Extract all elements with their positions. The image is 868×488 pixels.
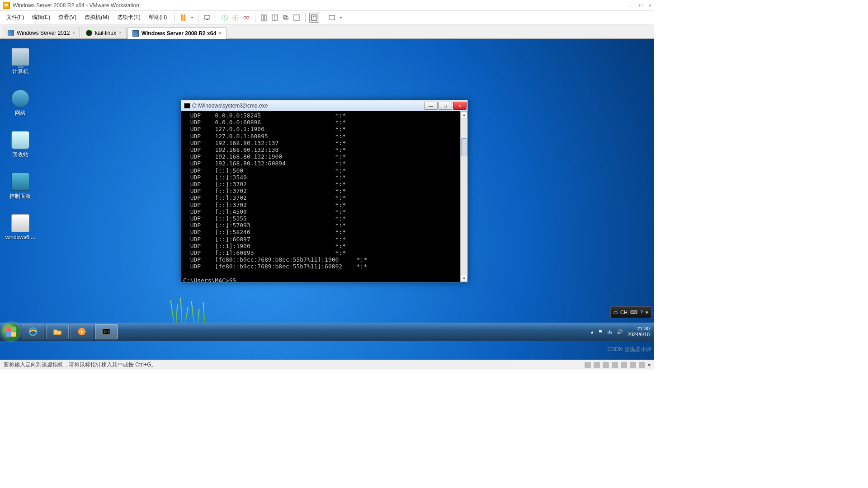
pause-button[interactable] bbox=[178, 13, 188, 23]
stretch-button[interactable] bbox=[327, 13, 337, 23]
menu-help[interactable]: 帮助(H) bbox=[145, 12, 171, 23]
taskbar-media-player[interactable] bbox=[71, 324, 93, 339]
scroll-thumb[interactable] bbox=[461, 138, 467, 156]
separator bbox=[305, 13, 306, 22]
layout-multi-button[interactable] bbox=[281, 13, 291, 23]
tray-date: 2024/6/10 bbox=[627, 332, 650, 338]
tab-close-icon[interactable]: × bbox=[219, 31, 222, 36]
menu-file[interactable]: 文件(F) bbox=[3, 12, 28, 23]
titlebar: Windows Server 2008 R2 x64 - VMware Work… bbox=[0, 0, 654, 11]
tab-label: Windows Server 2008 R2 x64 bbox=[142, 30, 216, 37]
icon-image bbox=[11, 214, 29, 232]
system-tray: ▴ ⚑ 🖧 🔊 21:30 2024/6/10 bbox=[591, 326, 652, 338]
cmd-output[interactable]: UDP 0.0.0.0:58245 *:* UDP 0.0.0.0:60896 … bbox=[181, 111, 467, 282]
scroll-up-icon[interactable]: ▲ bbox=[461, 111, 467, 118]
tray-time: 21:30 bbox=[627, 326, 650, 332]
tabbar: Windows Server 2012 × kail-linux × Windo… bbox=[0, 24, 654, 39]
tray-clock[interactable]: 21:30 2024/6/10 bbox=[627, 326, 650, 338]
fullscreen-button[interactable] bbox=[309, 13, 319, 23]
icon-image bbox=[11, 173, 29, 191]
device-menu-icon[interactable]: ▾ bbox=[648, 362, 651, 368]
start-button[interactable] bbox=[2, 323, 20, 341]
snapshot-manage-button[interactable] bbox=[241, 13, 251, 23]
wallpaper-decoration bbox=[167, 296, 222, 323]
device-sound-icon[interactable] bbox=[621, 362, 627, 368]
tray-volume-icon[interactable]: 🔊 bbox=[617, 329, 623, 335]
taskbar-ie[interactable] bbox=[22, 324, 44, 339]
window-controls: — □ × bbox=[628, 3, 651, 8]
cmd-titlebar[interactable]: C:\Windows\system32\cmd.exe — □ × bbox=[181, 100, 467, 111]
snapshot-revert-button[interactable] bbox=[231, 13, 241, 23]
menubar: 文件(F) 编辑(E) 查看(V) 虚拟机(M) 选项卡(T) 帮助(H) bbox=[0, 11, 654, 24]
device-hdd-icon[interactable] bbox=[585, 362, 591, 368]
tray-expand-icon[interactable]: ▴ bbox=[591, 329, 594, 335]
tab-windows-server-2008[interactable]: Windows Server 2008 R2 x64 × bbox=[127, 27, 226, 39]
layout-thumb-button[interactable] bbox=[270, 13, 280, 23]
separator bbox=[255, 13, 255, 22]
windows-icon bbox=[132, 30, 139, 37]
separator bbox=[323, 13, 323, 22]
tab-windows-server-2012[interactable]: Windows Server 2012 × bbox=[3, 27, 80, 38]
langbar-help-icon[interactable]: ? bbox=[640, 310, 643, 315]
device-net-icon[interactable] bbox=[603, 362, 609, 368]
langbar-lang[interactable]: CH bbox=[620, 310, 627, 315]
icon-image bbox=[11, 48, 29, 66]
send-ctrl-alt-del-button[interactable] bbox=[202, 13, 212, 23]
menu-view[interactable]: 查看(V) bbox=[55, 12, 80, 23]
device-printer-icon[interactable] bbox=[630, 362, 636, 368]
svg-rect-0 bbox=[204, 15, 210, 19]
stretch-dropdown[interactable] bbox=[338, 13, 343, 23]
cmd-minimize-button[interactable]: — bbox=[424, 102, 438, 110]
device-display-icon[interactable] bbox=[639, 362, 645, 368]
unity-button[interactable] bbox=[292, 13, 302, 23]
watermark: CSDN @温柔小胖 bbox=[607, 346, 651, 353]
langbar-switch-icon[interactable]: ⬭ bbox=[613, 310, 618, 315]
cmd-maximize-button[interactable]: □ bbox=[439, 102, 452, 110]
cmd-window[interactable]: C:\Windows\system32\cmd.exe — □ × UDP 0.… bbox=[181, 100, 468, 282]
taskbar-cmd[interactable]: C:\ bbox=[95, 324, 118, 339]
icon-label: windows6.... bbox=[4, 234, 37, 240]
close-button[interactable]: × bbox=[649, 3, 651, 8]
maximize-button[interactable]: □ bbox=[639, 3, 642, 8]
taskbar-explorer[interactable] bbox=[46, 324, 69, 339]
minimize-button[interactable]: — bbox=[628, 3, 633, 8]
windows-logo-icon bbox=[6, 327, 16, 337]
svg-rect-14 bbox=[329, 15, 335, 20]
separator bbox=[174, 13, 175, 22]
menu-edit[interactable]: 编辑(E) bbox=[28, 12, 54, 23]
language-bar[interactable]: ⬭ CH ⌨ ? ▾ bbox=[610, 306, 651, 318]
desktop-icon-回收站[interactable]: 回收站 bbox=[4, 131, 37, 159]
snapshot-take-button[interactable] bbox=[220, 13, 230, 23]
menu-tabs[interactable]: 选项卡(T) bbox=[113, 12, 144, 23]
svg-point-5 bbox=[246, 16, 249, 19]
icon-image bbox=[11, 89, 29, 108]
cmd-scrollbar[interactable]: ▲ ▼ bbox=[460, 111, 467, 282]
langbar-options-icon[interactable]: ▾ bbox=[646, 310, 648, 315]
device-cd-icon[interactable] bbox=[594, 362, 600, 368]
desktop-icon-网络[interactable]: 网络 bbox=[4, 89, 37, 117]
tab-label: Windows Server 2012 bbox=[17, 30, 70, 36]
scroll-down-icon[interactable]: ▼ bbox=[461, 275, 467, 282]
pause-dropdown[interactable] bbox=[189, 13, 194, 23]
svg-rect-6 bbox=[261, 15, 264, 20]
device-usb-icon[interactable] bbox=[612, 362, 618, 368]
layout-single-button[interactable] bbox=[259, 13, 269, 23]
cmd-title-text: C:\Windows\system32\cmd.exe bbox=[192, 103, 423, 109]
desktop-icon-控制面板[interactable]: 控制面板 bbox=[4, 173, 37, 200]
tray-flag-icon[interactable]: ⚑ bbox=[598, 329, 603, 335]
langbar-keyboard-icon[interactable]: ⌨ bbox=[630, 310, 637, 315]
tab-close-icon[interactable]: × bbox=[119, 30, 122, 35]
menu-vm[interactable]: 虚拟机(M) bbox=[81, 12, 113, 23]
desktop-icon-计算机[interactable]: 计算机 bbox=[4, 48, 37, 75]
statusbar: 要将输入定向到该虚拟机，请将鼠标指针移入其中或按 Ctrl+G。 ▾ bbox=[0, 360, 654, 370]
windows-icon bbox=[8, 30, 14, 36]
vm-viewport[interactable]: 计算机网络回收站控制面板windows6.... C:\Windows\syst… bbox=[0, 39, 654, 360]
icon-label: 回收站 bbox=[4, 151, 37, 159]
cmd-close-button[interactable]: × bbox=[453, 102, 467, 110]
tray-network-icon[interactable]: 🖧 bbox=[607, 329, 612, 334]
vmware-main-window: Windows Server 2008 R2 x64 - VMware Work… bbox=[0, 0, 654, 370]
tab-kail-linux[interactable]: kail-linux × bbox=[81, 27, 127, 38]
svg-text:C:\: C:\ bbox=[104, 330, 110, 334]
desktop-icon-windows6....[interactable]: windows6.... bbox=[4, 214, 37, 240]
tab-close-icon[interactable]: × bbox=[72, 30, 75, 35]
